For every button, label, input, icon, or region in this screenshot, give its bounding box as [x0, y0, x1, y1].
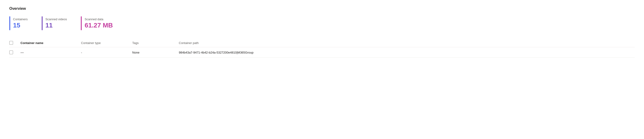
stat-bar-scanned-data: [81, 16, 82, 30]
header-container-type: Container type: [81, 41, 132, 45]
table-container: Container name Container type Tags Conta…: [9, 39, 635, 58]
row-tags: None: [132, 51, 179, 54]
stat-label-containers: Containers: [13, 18, 28, 21]
row-container-name: —: [20, 50, 81, 54]
table-header: Container name Container type Tags Conta…: [9, 39, 635, 47]
header-checkbox-col: [9, 41, 20, 45]
stat-value-scanned-data: 61.27 MB: [84, 22, 113, 29]
stat-label-scanned-videos: Scanned videos: [46, 18, 67, 21]
row-container-path: 984b43a7-9471-4b42-b24a-5327200e4810|M36…: [179, 51, 635, 54]
stat-value-scanned-videos: 11: [46, 22, 67, 29]
header-checkbox[interactable]: [9, 41, 13, 45]
row-checkbox[interactable]: [9, 50, 13, 54]
row-container-type: -: [81, 51, 132, 54]
stat-label-scanned-data: Scanned data: [84, 18, 113, 21]
header-container-name: Container name: [20, 41, 81, 45]
stat-bar-scanned-videos: [42, 16, 42, 30]
stat-bar-containers: [9, 16, 10, 30]
stat-value-containers: 15: [13, 22, 28, 29]
stat-content-scanned-data: Scanned data 61.27 MB: [84, 16, 113, 30]
stat-scanned-videos: Scanned videos 11: [42, 16, 67, 30]
table-row: — - None 984b43a7-9471-4b42-b24a-5327200…: [9, 47, 635, 58]
header-tags: Tags: [132, 41, 179, 45]
stat-containers: Containers 15: [9, 16, 28, 30]
stat-content-scanned-videos: Scanned videos 11: [46, 16, 67, 30]
stats-row: Containers 15 Scanned videos 11 Scanned …: [9, 16, 635, 30]
row-checkbox-cell: [9, 50, 20, 54]
stat-content-containers: Containers 15: [13, 16, 28, 30]
page-title: Overview: [9, 6, 635, 11]
stat-scanned-data: Scanned data 61.27 MB: [81, 16, 113, 30]
header-container-path: Container path: [179, 41, 635, 45]
